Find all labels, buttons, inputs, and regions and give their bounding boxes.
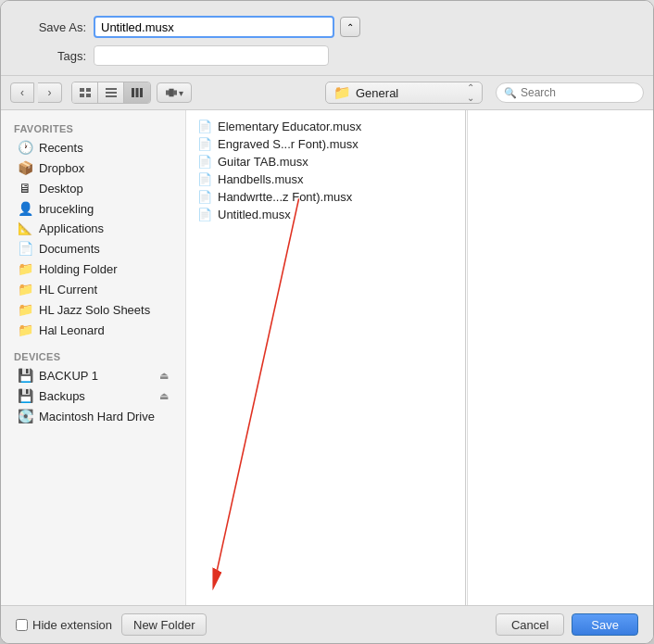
back-button[interactable]: ‹: [10, 82, 34, 103]
sidebar-item-backup1[interactable]: 💾 BACKUP 1 ⏏: [5, 365, 182, 385]
recents-icon: 🕐: [18, 140, 32, 155]
new-folder-button[interactable]: New Folder: [121, 613, 207, 636]
harddrive-icon: 💽: [18, 409, 32, 423]
tags-input[interactable]: [94, 45, 329, 66]
resize-handle[interactable]: [463, 110, 468, 605]
file-item[interactable]: 📄 Guitar TAB.musx: [186, 153, 467, 170]
dialog-header: Save As: ⌃ Tags:: [1, 1, 653, 76]
file-item[interactable]: 📄 Handbells.musx: [186, 170, 467, 188]
sidebar-item-holding-folder[interactable]: 📁 Holding Folder: [5, 259, 182, 279]
sidebar-item-label: Macintosh Hard Drive: [39, 410, 155, 423]
devices-section-label: Devices: [1, 346, 185, 365]
file-item[interactable]: 📄 Untitled.musx: [186, 206, 467, 223]
sidebar-item-macintosh-hd[interactable]: 💽 Macintosh Hard Drive: [5, 406, 182, 426]
search-icon: 🔍: [504, 87, 517, 99]
sidebar-item-documents[interactable]: 📄 Documents: [5, 238, 182, 259]
list-view-button[interactable]: [98, 82, 124, 103]
svg-rect-2: [80, 94, 84, 97]
sidebar-item-hl-jazz[interactable]: 📁 HL Jazz Solo Sheets: [5, 299, 182, 320]
save-button[interactable]: Save: [572, 613, 638, 636]
sidebar-item-user[interactable]: 👤 brucekling: [5, 198, 182, 219]
view-buttons: [71, 82, 151, 104]
file-name: Handbells.musx: [218, 172, 304, 186]
svg-rect-12: [172, 90, 176, 95]
search-bar: 🔍: [496, 82, 644, 103]
folder-icon: 📁: [18, 282, 32, 297]
sidebar-item-label: HL Jazz Solo Sheets: [39, 303, 150, 317]
cancel-button[interactable]: Cancel: [496, 613, 564, 636]
file-list: 📄 Elementary Educator.musx 📄 Engraved S.…: [186, 110, 468, 605]
tags-label: Tags:: [19, 49, 86, 63]
file-name: Elementary Educator.musx: [218, 120, 361, 133]
file-icon: 📄: [197, 137, 212, 151]
sidebar-item-label: Recents: [39, 141, 83, 155]
eject-icon[interactable]: ⏏: [159, 370, 169, 382]
column-view-button[interactable]: [124, 82, 150, 103]
cover-flow-button[interactable]: ▾: [157, 82, 192, 103]
sidebar-item-backups[interactable]: 💾 Backups ⏏: [5, 385, 182, 406]
sidebar-item-label: Desktop: [39, 182, 83, 196]
drive-icon: 💾: [18, 368, 32, 383]
sidebar-item-label: BACKUP 1: [39, 369, 98, 383]
sidebar-item-label: Hal Leonard: [39, 323, 105, 337]
sidebar: Favorites 🕐 Recents 📦 Dropbox 🖥 Desktop …: [1, 110, 186, 605]
folder-icon: 📁: [18, 261, 32, 276]
sidebar-item-label: HL Current: [39, 283, 97, 297]
desktop-icon: 🖥: [18, 181, 32, 196]
file-item[interactable]: 📄 Handwrtte...z Font).musx: [186, 188, 467, 206]
hide-extension-checkbox[interactable]: [16, 619, 28, 631]
svg-rect-5: [106, 92, 117, 94]
svg-rect-1: [86, 88, 91, 92]
svg-rect-4: [106, 88, 117, 90]
sidebar-item-label: Dropbox: [39, 161, 84, 175]
svg-rect-8: [136, 88, 139, 97]
sidebar-item-label: brucekling: [39, 202, 94, 216]
save-as-label: Save As:: [19, 20, 86, 34]
file-item[interactable]: 📄 Elementary Educator.musx: [186, 118, 467, 135]
sidebar-item-hl-current[interactable]: 📁 HL Current: [5, 279, 182, 299]
sidebar-item-label: Backups: [39, 389, 85, 403]
icon-view-button[interactable]: [72, 82, 98, 103]
file-icon: 📄: [197, 208, 212, 221]
folder-icon: 📁: [18, 322, 32, 337]
sidebar-item-applications[interactable]: 📐 Applications: [5, 219, 182, 238]
user-icon: 👤: [18, 201, 32, 216]
sidebar-item-recents[interactable]: 🕐 Recents: [5, 137, 182, 158]
svg-rect-6: [106, 95, 117, 97]
location-chevron-icon: ⌃⌄: [467, 82, 474, 103]
dialog-footer: Hide extension New Folder Cancel Save: [1, 605, 653, 643]
file-name: Untitled.musx: [218, 208, 291, 221]
svg-rect-3: [86, 94, 91, 97]
sidebar-item-label: Documents: [39, 242, 100, 256]
toolbar: ‹ › ▾ 📁 General ⌃⌄ 🔍: [1, 76, 653, 110]
sidebar-item-label: Holding Folder: [39, 262, 118, 276]
eject-icon[interactable]: ⏏: [159, 390, 169, 402]
hide-extension-wrapper: Hide extension: [16, 618, 112, 632]
location-label: General: [356, 86, 462, 100]
documents-icon: 📄: [18, 241, 32, 256]
hide-extension-label: Hide extension: [32, 618, 112, 632]
expand-icon: ⌃: [346, 22, 354, 32]
dropbox-icon: 📦: [18, 160, 32, 175]
sidebar-item-hal-leonard[interactable]: 📁 Hal Leonard: [5, 320, 182, 340]
expand-button[interactable]: ⌃: [340, 17, 360, 37]
file-icon: 📄: [197, 172, 212, 186]
save-dialog: Save As: ⌃ Tags: ‹ › ▾: [0, 0, 654, 644]
tags-row: Tags:: [19, 45, 635, 66]
sidebar-item-desktop[interactable]: 🖥 Desktop: [5, 178, 182, 198]
footer-right: Cancel Save: [496, 613, 638, 636]
sidebar-item-label: Applications: [39, 221, 104, 235]
footer-left: Hide extension New Folder: [16, 613, 207, 636]
main-content: Favorites 🕐 Recents 📦 Dropbox 🖥 Desktop …: [1, 110, 653, 605]
folder-icon: 📁: [18, 302, 32, 317]
forward-button[interactable]: ›: [38, 82, 62, 103]
svg-rect-7: [132, 88, 134, 97]
detail-panel: [468, 110, 653, 605]
sidebar-item-dropbox[interactable]: 📦 Dropbox: [5, 158, 182, 178]
file-item[interactable]: 📄 Engraved S...r Font).musx: [186, 135, 467, 153]
filename-input[interactable]: [94, 16, 334, 38]
search-input[interactable]: [521, 86, 635, 99]
applications-icon: 📐: [18, 221, 32, 235]
location-selector[interactable]: 📁 General ⌃⌄: [325, 82, 483, 104]
favorites-section-label: Favorites: [1, 118, 185, 137]
